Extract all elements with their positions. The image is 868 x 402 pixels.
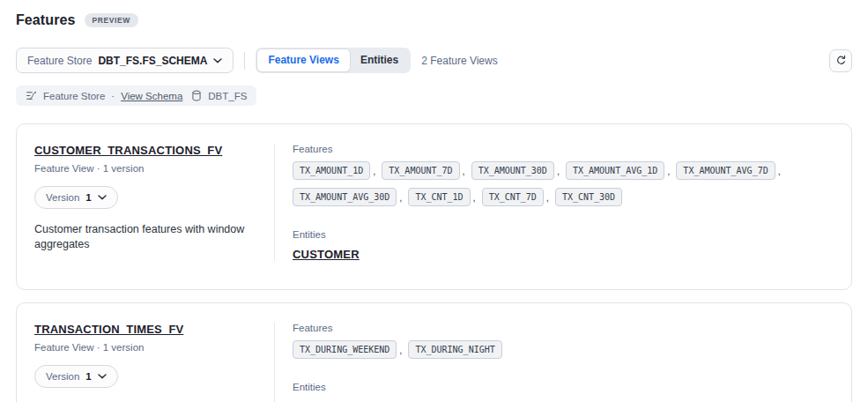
feature-view-title-link[interactable]: CUSTOMER_TRANSACTIONS_FV	[34, 144, 222, 157]
toolbar: Feature Store DBT_FS.FS_SCHEMA Feature V…	[16, 48, 852, 73]
breadcrumb: Feature Store · View Schema DBT_FS	[16, 86, 256, 106]
chip-separator: ,	[546, 192, 549, 203]
feature-store-icon	[26, 90, 37, 101]
chip-separator: ,	[399, 345, 402, 355]
view-schema-link[interactable]: View Schema	[121, 91, 182, 101]
entity-link-list: CUSTOMER	[293, 240, 828, 261]
card-details: Features TX_AMOUNT_1D,TX_AMOUNT_7D,TX_AM…	[275, 144, 851, 261]
feature-chip: TX_AMOUNT_AVG_30D	[293, 188, 397, 206]
chip-separator: ,	[373, 166, 375, 176]
feature-view-list: CUSTOMER_TRANSACTIONS_FV Feature View · …	[16, 123, 852, 402]
feature-chip: TX_AMOUNT_1D	[293, 161, 370, 180]
features-section-label: Features	[293, 144, 828, 154]
chevron-down-icon	[98, 374, 107, 379]
card-details: Features TX_DURING_WEEKEND,TX_DURING_NIG…	[275, 323, 851, 402]
page-header: Features PREVIEW	[16, 12, 852, 28]
toolbar-divider	[244, 52, 245, 70]
breadcrumb-store-label: Feature Store	[43, 91, 105, 101]
feature-chip: TX_DURING_NIGHT	[408, 340, 501, 359]
refresh-icon	[835, 55, 847, 66]
version-label: Version	[46, 192, 79, 203]
feature-store-select-label: Feature Store	[27, 55, 92, 67]
breadcrumb-separator: ·	[111, 91, 115, 101]
chip-separator: ,	[463, 166, 465, 176]
version-value: 1	[85, 371, 91, 382]
entities-section-label: Entities	[293, 382, 828, 392]
feature-chip-list: TX_AMOUNT_1D,TX_AMOUNT_7D,TX_AMOUNT_30D,…	[293, 161, 821, 206]
feature-store-select[interactable]: Feature Store DBT_FS.FS_SCHEMA	[16, 48, 234, 73]
chevron-down-icon	[98, 195, 107, 200]
card-summary: CUSTOMER_TRANSACTIONS_FV Feature View · …	[17, 144, 274, 261]
feature-chip: TX_AMOUNT_30D	[471, 161, 554, 180]
chip-separator: ,	[667, 166, 670, 176]
card-summary: TRANSACTION_TIMES_FV Feature View · 1 ve…	[17, 323, 274, 402]
preview-badge: PREVIEW	[85, 13, 138, 27]
feature-view-subtitle: Feature View · 1 version	[34, 342, 255, 353]
database-icon	[191, 90, 202, 101]
entities-section: Entities TRANSACTION	[293, 382, 828, 402]
tab-feature-views[interactable]: Feature Views	[257, 49, 349, 71]
feature-store-select-value: DBT_FS.FS_SCHEMA	[98, 55, 207, 67]
feature-view-title-link[interactable]: TRANSACTION_TIMES_FV	[34, 323, 183, 336]
version-dropdown[interactable]: Version 1	[34, 186, 118, 209]
feature-chip: TX_AMOUNT_AVG_1D	[566, 161, 664, 180]
chip-separator: ,	[399, 192, 402, 203]
chevron-down-icon	[213, 58, 222, 63]
entity-link-list: TRANSACTION	[293, 392, 828, 402]
features-section-label: Features	[293, 323, 828, 333]
feature-views-count: 2 Feature Views	[421, 55, 498, 67]
view-tabs: Feature Views Entities	[256, 48, 411, 73]
feature-view-subtitle: Feature View · 1 version	[34, 163, 255, 174]
version-dropdown[interactable]: Version 1	[34, 365, 118, 388]
chip-separator: ,	[557, 166, 560, 176]
features-page: Features PREVIEW Feature Store DBT_FS.FS…	[0, 0, 868, 402]
feature-chip: TX_CNT_7D	[482, 188, 544, 206]
page-title: Features	[16, 12, 76, 28]
entity-link[interactable]: CUSTOMER	[293, 248, 360, 261]
version-label: Version	[46, 371, 79, 382]
chip-separator: ,	[778, 166, 781, 176]
feature-chip: TX_CNT_30D	[555, 188, 622, 206]
feature-chip-list: TX_DURING_WEEKEND,TX_DURING_NIGHT	[293, 340, 821, 359]
feature-view-card: TRANSACTION_TIMES_FV Feature View · 1 ve…	[16, 302, 852, 402]
entities-section-label: Entities	[293, 229, 828, 240]
breadcrumb-database-name: DBT_FS	[208, 91, 247, 101]
feature-chip: TX_CNT_1D	[408, 188, 470, 206]
feature-chip: TX_AMOUNT_AVG_7D	[676, 161, 775, 180]
feature-view-card: CUSTOMER_TRANSACTIONS_FV Feature View · …	[16, 123, 852, 290]
version-value: 1	[85, 192, 91, 203]
feature-view-description: Customer transaction features with windo…	[34, 222, 255, 252]
chip-separator: ,	[473, 192, 476, 203]
refresh-button[interactable]	[829, 49, 852, 72]
entities-section: Entities CUSTOMER	[293, 229, 828, 261]
tab-entities[interactable]: Entities	[350, 49, 409, 71]
feature-chip: TX_AMOUNT_7D	[382, 161, 459, 180]
feature-chip: TX_DURING_WEEKEND	[293, 340, 397, 359]
